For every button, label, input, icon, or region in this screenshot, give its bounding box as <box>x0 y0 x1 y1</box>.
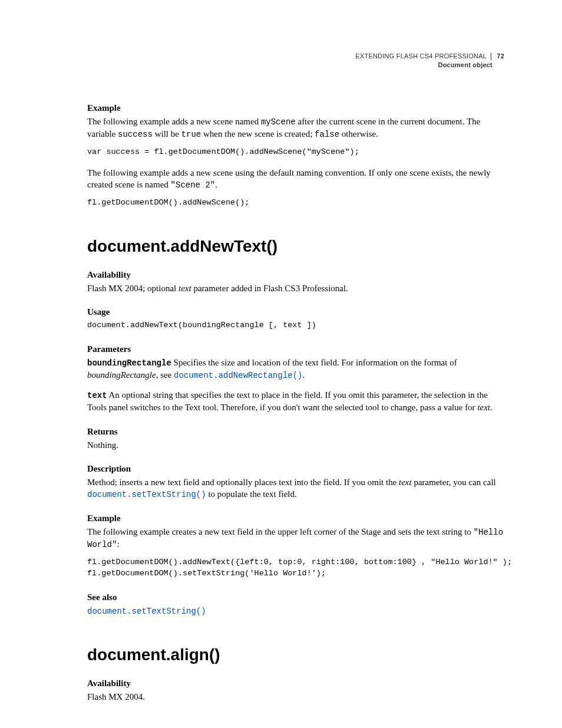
page: EXTENDING FLASH CS4 PROFESSIONAL 72 Docu… <box>0 0 562 728</box>
heading-usage: Usage <box>87 307 504 317</box>
heading-availability: Availability <box>87 270 504 280</box>
inline-code: false <box>315 130 339 139</box>
heading-returns: Returns <box>87 427 504 437</box>
heading-seealso: See also <box>87 592 504 602</box>
code-block: fl.getDocumentDOM().addNewScene(); <box>87 197 504 209</box>
inline-code: myScene <box>261 117 296 127</box>
example-paragraph-1: The following example adds a new scene n… <box>87 116 504 140</box>
parameter-boundingrectangle: boundingRectangle Specifies the size and… <box>87 357 504 381</box>
example-paragraph-2: The following example adds a new scene u… <box>87 167 504 191</box>
example-text: The following example creates a new text… <box>87 526 504 551</box>
link-settextstring[interactable]: document.setTextString() <box>87 490 206 499</box>
heading-availability: Availability <box>87 678 504 689</box>
page-content: Example The following example adds a new… <box>87 103 504 703</box>
parameter-text: text An optional string that specifies t… <box>87 389 504 413</box>
usage-code: document.addNewText(boundingRectangle [,… <box>87 319 504 331</box>
seealso-links: document.setTextString() <box>87 605 504 617</box>
link-addnewrectangle[interactable]: document.addNewRectangle() <box>174 371 302 380</box>
param-name: text <box>87 391 107 400</box>
code-block: var success = fl.getDocumentDOM().addNew… <box>87 146 504 158</box>
availability-text: Flash MX 2004; optional text parameter a… <box>87 282 504 294</box>
availability-text: Flash MX 2004. <box>87 691 504 703</box>
inline-code: true <box>181 130 201 139</box>
param-name: boundingRectangle <box>87 358 171 368</box>
running-header: EXTENDING FLASH CS4 PROFESSIONAL 72 Docu… <box>87 52 504 70</box>
method-heading-align: document.align() <box>87 645 504 664</box>
inline-code: "Scene 2" <box>171 180 216 190</box>
heading-description: Description <box>87 464 504 474</box>
method-heading-addnewtext: document.addNewText() <box>87 237 504 256</box>
inline-code: success <box>118 130 153 139</box>
code-block: fl.getDocumentDOM().addNewText({left:0, … <box>87 556 504 579</box>
heading-parameters: Parameters <box>87 344 504 354</box>
heading-example: Example <box>87 513 504 523</box>
running-header-line1: EXTENDING FLASH CS4 PROFESSIONAL 72 <box>355 52 504 61</box>
page-number-divider <box>491 53 491 60</box>
returns-text: Nothing. <box>87 439 504 451</box>
running-header-section: Document object <box>87 61 492 70</box>
running-title: EXTENDING FLASH CS4 PROFESSIONAL <box>355 52 486 60</box>
description-text: Method; inserts a new text field and opt… <box>87 476 504 500</box>
link-settextstring[interactable]: document.setTextString() <box>87 607 206 616</box>
page-number: 72 <box>497 52 504 60</box>
heading-example: Example <box>87 103 504 113</box>
